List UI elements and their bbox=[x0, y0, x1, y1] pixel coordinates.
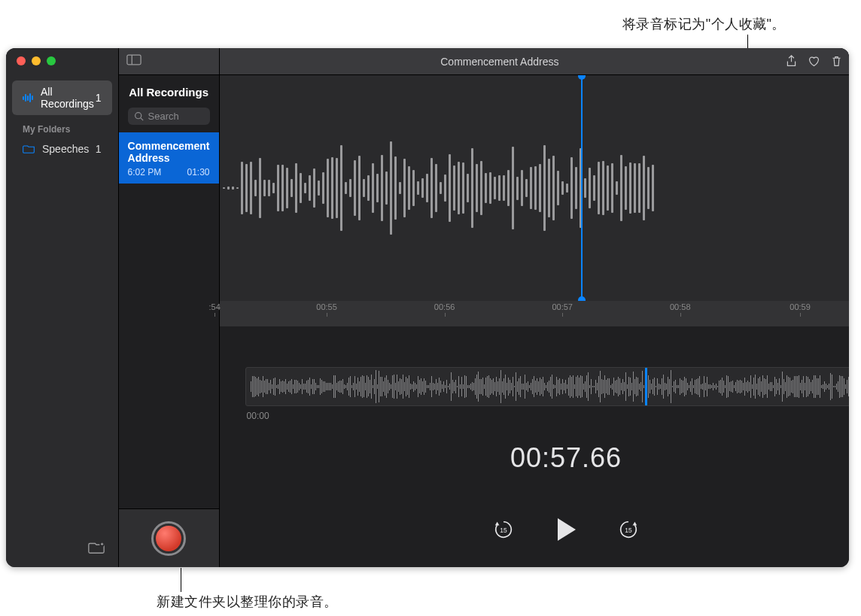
search-placeholder: Search bbox=[148, 111, 179, 122]
close-window-button[interactable] bbox=[17, 56, 26, 65]
recording-list-item[interactable]: Commencement Address 6:02 PM 01:30 bbox=[119, 132, 219, 184]
list-footer bbox=[119, 508, 219, 567]
toolbar: Commencement Address Edit bbox=[220, 48, 849, 75]
recording-time: 6:02 PM bbox=[128, 167, 162, 178]
timecode: 00:57.66 bbox=[220, 442, 849, 474]
svg-text:15: 15 bbox=[500, 526, 507, 534]
minimize-window-button[interactable] bbox=[32, 56, 41, 65]
sidebar-item-folder[interactable]: Speeches 1 bbox=[12, 138, 112, 160]
new-folder-button[interactable] bbox=[88, 542, 105, 555]
skip-back-button[interactable]: 15 bbox=[493, 519, 514, 540]
window-traffic-lights bbox=[6, 48, 118, 80]
ruler-tick: 00:55 bbox=[316, 302, 337, 311]
search-icon bbox=[134, 111, 144, 121]
sidebar-toggle-button[interactable] bbox=[126, 54, 141, 68]
callout-favorite: 将录音标记为"个人收藏"。 bbox=[622, 15, 786, 33]
ruler-tick: 00:56 bbox=[434, 302, 455, 311]
folder-icon bbox=[23, 144, 35, 154]
svg-line-4 bbox=[141, 118, 143, 120]
waveform-icon bbox=[23, 93, 33, 103]
ruler-tick: :54 bbox=[209, 302, 221, 311]
share-button[interactable] bbox=[780, 51, 802, 72]
favorite-button[interactable] bbox=[802, 51, 825, 72]
toolbar-title: Commencement Address bbox=[220, 56, 780, 68]
sidebar-item-count: 1 bbox=[96, 143, 102, 155]
svg-text:15: 15 bbox=[625, 526, 632, 534]
playhead[interactable] bbox=[581, 75, 583, 301]
sidebar: All Recordings 1 My Folders Speeches 1 bbox=[6, 48, 119, 567]
detail-pane: Commencement Address Edit :5400:5500:560… bbox=[220, 48, 849, 567]
waveform-bars bbox=[220, 128, 849, 248]
callout-new-folder: 新建文件夹以整理你的录音。 bbox=[157, 593, 338, 611]
sidebar-item-count: 1 bbox=[96, 92, 102, 104]
waveform-detail[interactable] bbox=[220, 75, 849, 301]
ruler-tick: 00:57 bbox=[552, 302, 573, 311]
waveform-overview[interactable] bbox=[245, 367, 849, 406]
sidebar-section-header: My Folders bbox=[6, 115, 118, 138]
time-ruler: :5400:5500:5600:5700:5800:5901:00 bbox=[220, 301, 849, 326]
recordings-list-pane: All Recordings Search Commencement Addre… bbox=[119, 48, 220, 567]
sidebar-item-label: Speeches bbox=[42, 143, 89, 155]
zoom-window-button[interactable] bbox=[47, 56, 56, 65]
overview-playhead[interactable] bbox=[645, 367, 647, 406]
voice-memos-window: All Recordings 1 My Folders Speeches 1 bbox=[6, 48, 849, 567]
play-button[interactable] bbox=[555, 517, 577, 542]
sidebar-item-label: All Recordings bbox=[41, 86, 96, 110]
settings-button[interactable] bbox=[847, 51, 849, 72]
ruler-tick: 00:59 bbox=[790, 302, 811, 311]
list-header: All Recordings bbox=[119, 75, 219, 108]
svg-point-3 bbox=[135, 113, 141, 119]
delete-button[interactable] bbox=[825, 51, 847, 72]
svg-rect-1 bbox=[127, 55, 141, 65]
titlebar-left bbox=[119, 48, 219, 75]
ruler-tick: 00:58 bbox=[670, 302, 691, 311]
record-button[interactable] bbox=[151, 521, 186, 556]
overview-start-time: 00:00 bbox=[247, 411, 269, 421]
recording-duration: 01:30 bbox=[187, 167, 210, 178]
recording-title: Commencement Address bbox=[128, 140, 210, 164]
skip-forward-button[interactable]: 15 bbox=[618, 519, 639, 540]
search-input[interactable]: Search bbox=[128, 108, 210, 125]
sidebar-item-all-recordings[interactable]: All Recordings 1 bbox=[12, 80, 112, 115]
playback-controls: 15 15 bbox=[220, 492, 849, 567]
callout-new-folder-line bbox=[181, 568, 181, 592]
